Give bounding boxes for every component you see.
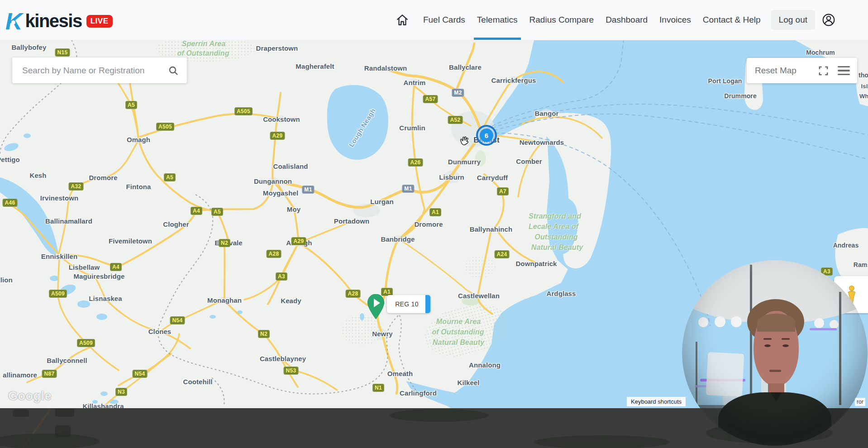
- map-label: Draperstown: [256, 44, 298, 52]
- map-label: Moygashel: [263, 189, 298, 197]
- map-label: Cookstown: [263, 115, 300, 123]
- logout-button[interactable]: Log out: [771, 10, 815, 30]
- reset-map-button[interactable]: Reset Map: [755, 66, 818, 76]
- map-label: Pettigo: [0, 156, 20, 163]
- vehicle-search-box: [12, 57, 187, 83]
- map-label: Crumlin: [399, 124, 425, 132]
- water-lough-neagh: [327, 85, 388, 160]
- map-menu-icon[interactable]: [838, 66, 850, 76]
- road-badge: N54: [170, 316, 185, 324]
- map-label: Ballyconnell: [47, 357, 87, 364]
- nav-item-fuel-cards[interactable]: Fuel Cards: [419, 0, 469, 40]
- map-label: Andreas: [833, 242, 859, 249]
- road-badge: A509: [49, 290, 67, 298]
- road-badge: A29: [291, 237, 306, 245]
- kinesis-live-app: { "header": { "brand": {"name": "kinesis…: [0, 0, 868, 448]
- map-label: Ardglass: [547, 290, 576, 297]
- map-label: Annalong: [469, 361, 501, 369]
- map-label: Ballyclare: [449, 63, 482, 71]
- road-badge: M1: [402, 185, 414, 193]
- map-label: Lisnaskea: [89, 295, 122, 302]
- search-input[interactable]: [12, 66, 168, 76]
- map-label: Newtownards: [520, 138, 564, 146]
- road-badge: A32: [69, 182, 84, 191]
- map-label: Lurgan: [370, 198, 393, 205]
- map-label: Whi: [859, 93, 868, 100]
- road-badge: A26: [408, 158, 423, 167]
- road-badge: A28: [346, 290, 361, 298]
- search-icon[interactable]: [168, 65, 179, 76]
- map-label: Rams: [854, 261, 868, 268]
- map-label: Magherafelt: [296, 62, 334, 70]
- map-label: Portadown: [334, 217, 369, 225]
- account-avatar-icon[interactable]: [822, 13, 835, 27]
- road-badge: N2: [258, 330, 270, 338]
- map-label: of Outstanding: [177, 49, 229, 57]
- road-badge: N53: [284, 367, 299, 375]
- road-badge: A4: [191, 207, 202, 215]
- map-label: Lecale Area of: [529, 223, 578, 231]
- nav-item-radius-compare[interactable]: Radius Compare: [525, 0, 598, 40]
- map-label: Kilkeel: [457, 379, 479, 386]
- brand-logo[interactable]: K kinesis LIVE: [5, 11, 113, 31]
- map-label: Keady: [281, 297, 301, 305]
- road-badge: A5: [164, 173, 176, 181]
- presenter-webcam-overlay: [682, 260, 868, 446]
- nav-item-invoices[interactable]: Invoices: [655, 0, 695, 40]
- map-label: Downpatrick: [515, 260, 557, 267]
- map-label: Irvinestown: [40, 194, 78, 202]
- map-label: Castlewellan: [458, 292, 500, 300]
- map-label: Ballinamallard: [45, 217, 92, 225]
- road-badge: M1: [302, 186, 314, 194]
- home-icon[interactable]: [396, 13, 409, 27]
- road-badge: N87: [42, 370, 57, 378]
- map-label: Ballybofey: [12, 43, 47, 51]
- map-label: Moy: [287, 205, 300, 213]
- road-badge: A24: [495, 250, 510, 258]
- vehicle-reg-label[interactable]: REG 10: [387, 295, 430, 313]
- road-badge: A28: [267, 250, 281, 258]
- map-label: klion: [0, 276, 13, 284]
- map-label: tho: [858, 71, 868, 79]
- vehicle-cluster-marker[interactable]: 6: [476, 125, 497, 146]
- map-label: Mourne Area: [436, 318, 481, 326]
- map-label: Enniskillen: [41, 253, 77, 260]
- brand-name: kinesis: [25, 11, 82, 31]
- road-badge: A509: [77, 339, 95, 347]
- road-badge: N2: [219, 239, 230, 247]
- nav-item-contact-help[interactable]: Contact & Help: [699, 0, 765, 40]
- road-badge: A1: [429, 208, 441, 216]
- main-nav: Fuel CardsTelematicsRadius CompareDashbo…: [396, 0, 835, 40]
- road-badge: A46: [3, 199, 18, 207]
- road-badge: N1: [372, 384, 384, 392]
- road-badge: A57: [423, 95, 438, 103]
- map-label: Carryduff: [477, 174, 508, 181]
- nav-item-telematics[interactable]: Telematics: [473, 0, 522, 40]
- map-label: Omagh: [127, 136, 150, 143]
- map-label: allinamore: [3, 371, 37, 379]
- vehicle-pin-marker[interactable]: [367, 294, 384, 321]
- map-label: Clogher: [163, 220, 189, 228]
- fullscreen-icon[interactable]: [818, 66, 829, 76]
- map-label: Isl: [861, 83, 868, 90]
- map-label: Natural Beauty: [433, 338, 484, 347]
- map-label: Randalstown: [364, 64, 407, 72]
- map-label: Carrickfergus: [491, 76, 536, 84]
- map-label: Lisbellaw: [69, 263, 100, 271]
- map-label: Comber: [516, 157, 542, 165]
- road-badge: A29: [270, 132, 285, 140]
- map-label: Port Logan: [708, 77, 742, 85]
- map-label: Lisburn: [439, 173, 464, 181]
- map-label: Sperrin Area: [182, 40, 226, 48]
- keyboard-shortcuts-button[interactable]: Keyboard shortcuts: [627, 397, 686, 406]
- nav-item-dashboard[interactable]: Dashboard: [601, 0, 652, 40]
- road-badge: A7: [497, 187, 509, 195]
- map-label: Strangford and: [529, 212, 581, 220]
- hand-cursor-icon: [458, 134, 472, 149]
- road-badge: N3: [115, 388, 127, 396]
- road-badge: A5: [211, 208, 223, 216]
- road-badge: M2: [452, 89, 464, 97]
- map-attribution-partial[interactable]: ror: [855, 398, 865, 406]
- live-badge: LIVE: [86, 15, 113, 28]
- map-label: Bangor: [534, 110, 558, 117]
